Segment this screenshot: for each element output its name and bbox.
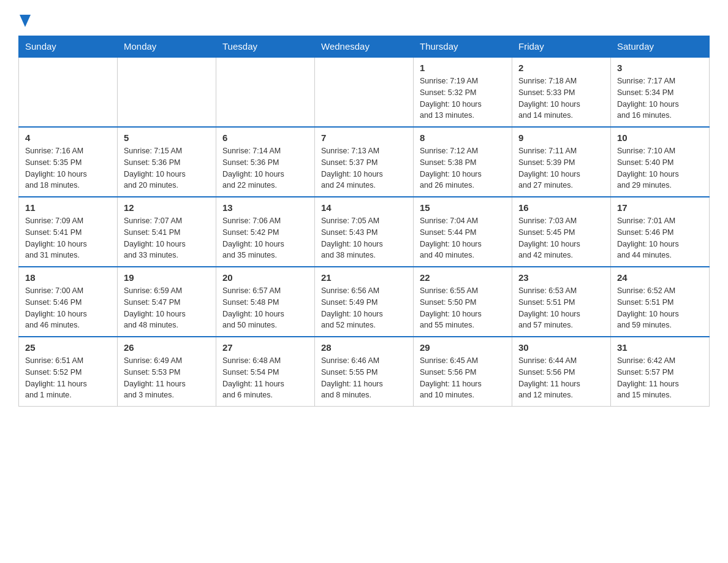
- day-header-tuesday: Tuesday: [216, 36, 315, 58]
- logo: [18, 12, 31, 29]
- calendar-cell: 28Sunrise: 6:46 AM Sunset: 5:55 PM Dayli…: [315, 337, 414, 407]
- day-info: Sunrise: 6:57 AM Sunset: 5:48 PM Dayligh…: [222, 285, 308, 331]
- calendar-cell: [216, 57, 315, 127]
- day-number: 5: [124, 132, 210, 143]
- calendar-table: SundayMondayTuesdayWednesdayThursdayFrid…: [18, 36, 710, 407]
- day-number: 14: [321, 202, 407, 213]
- calendar-cell: 8Sunrise: 7:12 AM Sunset: 5:38 PM Daylig…: [414, 127, 512, 197]
- day-info: Sunrise: 6:49 AM Sunset: 5:53 PM Dayligh…: [124, 355, 210, 401]
- day-info: Sunrise: 7:17 AM Sunset: 5:34 PM Dayligh…: [617, 75, 703, 121]
- day-info: Sunrise: 6:48 AM Sunset: 5:54 PM Dayligh…: [222, 355, 308, 401]
- day-header-thursday: Thursday: [414, 36, 512, 58]
- day-info: Sunrise: 6:51 AM Sunset: 5:52 PM Dayligh…: [25, 355, 111, 401]
- calendar-cell: 12Sunrise: 7:07 AM Sunset: 5:41 PM Dayli…: [118, 197, 216, 267]
- page-header: [18, 12, 710, 29]
- day-number: 4: [25, 132, 111, 143]
- day-number: 25: [25, 342, 111, 353]
- day-number: 16: [518, 202, 604, 213]
- calendar-cell: 3Sunrise: 7:17 AM Sunset: 5:34 PM Daylig…: [611, 57, 710, 127]
- day-info: Sunrise: 7:09 AM Sunset: 5:41 PM Dayligh…: [25, 215, 111, 261]
- logo-arrow-icon: [20, 15, 31, 29]
- calendar-cell: 31Sunrise: 6:42 AM Sunset: 5:57 PM Dayli…: [611, 337, 710, 407]
- day-number: 21: [321, 272, 407, 283]
- day-number: 28: [321, 342, 407, 353]
- calendar-cell: 30Sunrise: 6:44 AM Sunset: 5:56 PM Dayli…: [512, 337, 611, 407]
- day-info: Sunrise: 7:18 AM Sunset: 5:33 PM Dayligh…: [518, 75, 604, 121]
- day-info: Sunrise: 7:16 AM Sunset: 5:35 PM Dayligh…: [25, 145, 111, 191]
- calendar-cell: 26Sunrise: 6:49 AM Sunset: 5:53 PM Dayli…: [118, 337, 216, 407]
- day-number: 19: [124, 272, 210, 283]
- day-header-monday: Monday: [118, 36, 216, 58]
- calendar-cell: 19Sunrise: 6:59 AM Sunset: 5:47 PM Dayli…: [118, 267, 216, 337]
- day-info: Sunrise: 7:01 AM Sunset: 5:46 PM Dayligh…: [617, 215, 703, 261]
- calendar-cell: 6Sunrise: 7:14 AM Sunset: 5:36 PM Daylig…: [216, 127, 315, 197]
- day-number: 20: [222, 272, 308, 283]
- day-number: 24: [617, 272, 703, 283]
- day-number: 13: [222, 202, 308, 213]
- day-number: 27: [222, 342, 308, 353]
- calendar-cell: 29Sunrise: 6:45 AM Sunset: 5:56 PM Dayli…: [414, 337, 512, 407]
- calendar-cell: 7Sunrise: 7:13 AM Sunset: 5:37 PM Daylig…: [315, 127, 414, 197]
- day-info: Sunrise: 7:15 AM Sunset: 5:36 PM Dayligh…: [124, 145, 210, 191]
- day-info: Sunrise: 7:12 AM Sunset: 5:38 PM Dayligh…: [420, 145, 506, 191]
- calendar-cell: [315, 57, 414, 127]
- day-info: Sunrise: 7:10 AM Sunset: 5:40 PM Dayligh…: [617, 145, 703, 191]
- day-info: Sunrise: 6:56 AM Sunset: 5:49 PM Dayligh…: [321, 285, 407, 331]
- calendar-cell: 5Sunrise: 7:15 AM Sunset: 5:36 PM Daylig…: [118, 127, 216, 197]
- week-row-3: 11Sunrise: 7:09 AM Sunset: 5:41 PM Dayli…: [19, 197, 710, 267]
- day-info: Sunrise: 6:53 AM Sunset: 5:51 PM Dayligh…: [518, 285, 604, 331]
- day-number: 11: [25, 202, 111, 213]
- week-row-2: 4Sunrise: 7:16 AM Sunset: 5:35 PM Daylig…: [19, 127, 710, 197]
- day-header-sunday: Sunday: [19, 36, 118, 58]
- day-info: Sunrise: 6:46 AM Sunset: 5:55 PM Dayligh…: [321, 355, 407, 401]
- day-info: Sunrise: 6:52 AM Sunset: 5:51 PM Dayligh…: [617, 285, 703, 331]
- day-number: 30: [518, 342, 604, 353]
- calendar-cell: 1Sunrise: 7:19 AM Sunset: 5:32 PM Daylig…: [414, 57, 512, 127]
- day-number: 26: [124, 342, 210, 353]
- calendar-cell: 25Sunrise: 6:51 AM Sunset: 5:52 PM Dayli…: [19, 337, 118, 407]
- day-number: 8: [420, 132, 506, 143]
- day-info: Sunrise: 7:11 AM Sunset: 5:39 PM Dayligh…: [518, 145, 604, 191]
- day-info: Sunrise: 7:03 AM Sunset: 5:45 PM Dayligh…: [518, 215, 604, 261]
- day-info: Sunrise: 7:06 AM Sunset: 5:42 PM Dayligh…: [222, 215, 308, 261]
- day-number: 1: [420, 63, 506, 73]
- day-header-friday: Friday: [512, 36, 611, 58]
- day-number: 9: [518, 132, 604, 143]
- day-info: Sunrise: 7:04 AM Sunset: 5:44 PM Dayligh…: [420, 215, 506, 261]
- calendar-header: SundayMondayTuesdayWednesdayThursdayFrid…: [19, 36, 710, 58]
- calendar-body: 1Sunrise: 7:19 AM Sunset: 5:32 PM Daylig…: [19, 57, 710, 407]
- calendar-cell: 22Sunrise: 6:55 AM Sunset: 5:50 PM Dayli…: [414, 267, 512, 337]
- day-number: 23: [518, 272, 604, 283]
- week-row-1: 1Sunrise: 7:19 AM Sunset: 5:32 PM Daylig…: [19, 57, 710, 127]
- calendar-cell: 9Sunrise: 7:11 AM Sunset: 5:39 PM Daylig…: [512, 127, 611, 197]
- week-row-5: 25Sunrise: 6:51 AM Sunset: 5:52 PM Dayli…: [19, 337, 710, 407]
- calendar-cell: 17Sunrise: 7:01 AM Sunset: 5:46 PM Dayli…: [611, 197, 710, 267]
- day-info: Sunrise: 7:19 AM Sunset: 5:32 PM Dayligh…: [420, 75, 506, 121]
- day-number: 6: [222, 132, 308, 143]
- day-info: Sunrise: 6:55 AM Sunset: 5:50 PM Dayligh…: [420, 285, 506, 331]
- calendar-cell: 14Sunrise: 7:05 AM Sunset: 5:43 PM Dayli…: [315, 197, 414, 267]
- calendar-cell: 24Sunrise: 6:52 AM Sunset: 5:51 PM Dayli…: [611, 267, 710, 337]
- day-number: 17: [617, 202, 703, 213]
- day-number: 10: [617, 132, 703, 143]
- day-info: Sunrise: 7:07 AM Sunset: 5:41 PM Dayligh…: [124, 215, 210, 261]
- day-number: 31: [617, 342, 703, 353]
- calendar-cell: 13Sunrise: 7:06 AM Sunset: 5:42 PM Dayli…: [216, 197, 315, 267]
- day-number: 2: [518, 63, 604, 73]
- day-info: Sunrise: 6:44 AM Sunset: 5:56 PM Dayligh…: [518, 355, 604, 401]
- day-number: 7: [321, 132, 407, 143]
- day-info: Sunrise: 7:13 AM Sunset: 5:37 PM Dayligh…: [321, 145, 407, 191]
- day-info: Sunrise: 6:59 AM Sunset: 5:47 PM Dayligh…: [124, 285, 210, 331]
- day-info: Sunrise: 6:45 AM Sunset: 5:56 PM Dayligh…: [420, 355, 506, 401]
- calendar-cell: 18Sunrise: 7:00 AM Sunset: 5:46 PM Dayli…: [19, 267, 118, 337]
- header-row: SundayMondayTuesdayWednesdayThursdayFrid…: [19, 36, 710, 58]
- calendar-cell: 15Sunrise: 7:04 AM Sunset: 5:44 PM Dayli…: [414, 197, 512, 267]
- day-header-wednesday: Wednesday: [315, 36, 414, 58]
- calendar-cell: 16Sunrise: 7:03 AM Sunset: 5:45 PM Dayli…: [512, 197, 611, 267]
- calendar-cell: 11Sunrise: 7:09 AM Sunset: 5:41 PM Dayli…: [19, 197, 118, 267]
- day-info: Sunrise: 6:42 AM Sunset: 5:57 PM Dayligh…: [617, 355, 703, 401]
- day-number: 15: [420, 202, 506, 213]
- calendar-cell: [118, 57, 216, 127]
- week-row-4: 18Sunrise: 7:00 AM Sunset: 5:46 PM Dayli…: [19, 267, 710, 337]
- calendar-cell: 4Sunrise: 7:16 AM Sunset: 5:35 PM Daylig…: [19, 127, 118, 197]
